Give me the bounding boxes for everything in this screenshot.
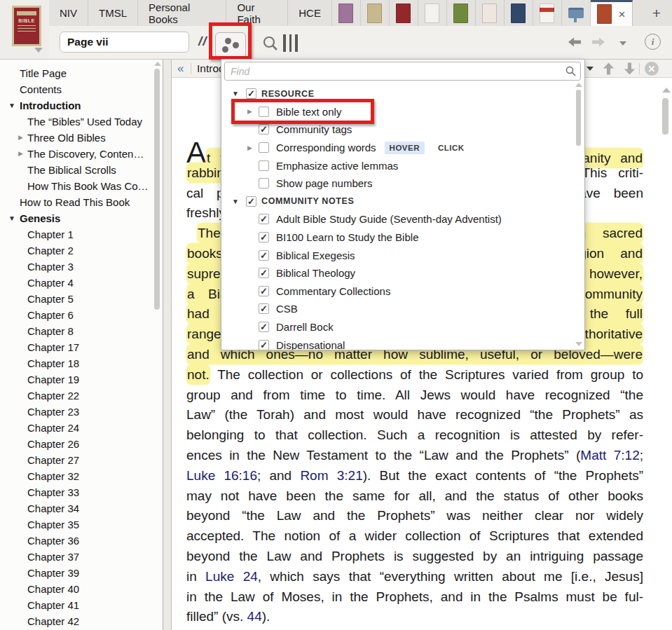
find-options-caret-icon[interactable]: [587, 67, 594, 71]
checkbox[interactable]: ✓: [259, 250, 269, 261]
toc-item-chapter-17[interactable]: Chapter 17: [0, 339, 163, 355]
scroll-down-icon[interactable]: [575, 342, 582, 346]
expand-icon[interactable]: ▶: [18, 146, 23, 162]
toc-item-three-old-bibles[interactable]: ▶Three Old Bibles: [0, 130, 163, 146]
scripture-link[interactable]: 44: [247, 609, 262, 624]
checkbox[interactable]: ✓: [259, 232, 269, 242]
search-icon[interactable]: [262, 35, 279, 52]
pane-divider[interactable]: [164, 60, 171, 630]
chevron-down-icon[interactable]: [619, 41, 626, 46]
scripture-link[interactable]: Matt 7:12: [580, 448, 639, 463]
scroll-up-icon[interactable]: [575, 83, 582, 87]
tab-book-5[interactable]: [447, 0, 476, 26]
checkbox[interactable]: ✓: [259, 340, 269, 350]
checkbox[interactable]: ✓: [246, 196, 256, 207]
filter-row-adult-bible-study-guide-seventh-day-adventist[interactable]: ✓Adult Bible Study Guide (Seventh-day Ad…: [221, 210, 575, 228]
toc-item-chapter-5[interactable]: Chapter 5: [0, 291, 163, 307]
checkbox[interactable]: ✓: [259, 268, 269, 278]
toc-item-chapter-24[interactable]: Chapter 24: [0, 420, 163, 436]
scrollbar-thumb[interactable]: [662, 98, 668, 135]
chevron-down-icon[interactable]: [34, 48, 43, 53]
filter-row-csb[interactable]: ✓CSB: [221, 300, 575, 318]
find-previous-icon[interactable]: [603, 62, 614, 75]
toc-item-chapter-2[interactable]: Chapter 2: [0, 242, 163, 259]
popup-scrollbar[interactable]: [575, 83, 582, 348]
scripture-link[interactable]: Rom 3:21: [300, 468, 362, 483]
filter-row-show-page-numbers[interactable]: Show page numbers: [221, 174, 575, 193]
info-icon[interactable]: i: [645, 34, 661, 50]
toc-item-chapter-27[interactable]: Chapter 27: [0, 452, 163, 468]
toc-item-title-page[interactable]: Title Page: [0, 65, 163, 81]
toc-item-chapter-32[interactable]: Chapter 32: [0, 468, 163, 484]
tab-niv[interactable]: NIV: [49, 0, 88, 26]
checkbox[interactable]: [259, 178, 269, 189]
filter-row-biblical-exegesis[interactable]: ✓Biblical Exegesis: [221, 246, 575, 264]
multiple-columns-icon[interactable]: [283, 34, 300, 53]
filter-row-emphasize-active-lemmas[interactable]: Emphasize active lemmas: [221, 156, 575, 174]
checkbox[interactable]: ✓: [259, 124, 269, 135]
tab-tmsl[interactable]: TMSL: [88, 0, 138, 26]
filter-row-bi100-learn-to-study-the-bible[interactable]: ✓BI100 Learn to Study the Bible: [221, 228, 575, 247]
find-next-icon[interactable]: [624, 62, 635, 75]
toc-item-chapter-34[interactable]: Chapter 34: [0, 500, 163, 516]
resource-cover-thumbnail[interactable]: BIBLE: [12, 6, 41, 46]
filter-row-community-notes[interactable]: ▼✓COMMUNITY NOTES: [221, 193, 575, 211]
collapse-icon[interactable]: ▼: [232, 90, 246, 97]
toc-item-chapter-18[interactable]: Chapter 18: [0, 355, 163, 371]
content-scrollbar[interactable]: [660, 78, 671, 630]
toc-item-the-biblical-scrolls[interactable]: The Biblical Scrolls: [0, 162, 163, 178]
expand-icon[interactable]: ▶: [247, 144, 259, 151]
checkbox[interactable]: ✓: [259, 214, 269, 224]
collapse-icon[interactable]: ▼: [8, 97, 15, 114]
page-locator-input[interactable]: [60, 32, 189, 53]
toc-item-chapter-19[interactable]: Chapter 19: [0, 371, 163, 388]
toc-item-chapter-36[interactable]: Chapter 36: [0, 533, 163, 549]
toc-item-chapter-8[interactable]: Chapter 8: [0, 323, 163, 339]
toc-item-the-discovery-conten[interactable]: ▶The Discovery, Conten…: [0, 146, 163, 162]
toc-item-introduction[interactable]: ▼Introduction: [0, 97, 163, 114]
toc-item-contents[interactable]: Contents: [0, 81, 163, 97]
scrollbar-thumb[interactable]: [576, 90, 581, 146]
toc-item-chapter-23[interactable]: Chapter 23: [0, 404, 163, 420]
checkbox[interactable]: [259, 142, 269, 153]
toc-item-how-this-book-was-co[interactable]: How This Book Was Co…: [0, 178, 163, 194]
filter-row-commentary-collections[interactable]: ✓Commentary Collections: [221, 282, 575, 301]
collapse-icon[interactable]: ▼: [232, 198, 246, 205]
find-input[interactable]: [224, 62, 581, 81]
filter-row-dispensational[interactable]: ✓Dispensational: [221, 336, 575, 350]
toc-item-the-bibles-used-today[interactable]: The “Bibles” Used Today: [0, 114, 163, 130]
tab-book-6[interactable]: [476, 0, 505, 26]
sidebar-scrollbar[interactable]: [153, 60, 161, 630]
checkbox[interactable]: [259, 160, 269, 171]
tab-book-4[interactable]: [418, 0, 447, 26]
toc-item-chapter-37[interactable]: Chapter 37: [0, 549, 163, 565]
parallel-resources-icon[interactable]: //: [198, 34, 207, 49]
scripture-link[interactable]: Luke 24: [205, 569, 258, 584]
toc-item-chapter-42[interactable]: Chapter 42: [0, 613, 163, 629]
toc-item-genesis[interactable]: ▼Genesis: [0, 210, 163, 226]
tab-active[interactable]: ×: [591, 0, 633, 26]
toc-item-chapter-4[interactable]: Chapter 4: [0, 275, 163, 291]
scroll-up-icon[interactable]: [154, 62, 161, 66]
toc-item-chapter-35[interactable]: Chapter 35: [0, 516, 163, 533]
scrollbar-thumb[interactable]: [154, 69, 160, 310]
toc-item-chapter-1[interactable]: Chapter 1: [0, 226, 163, 242]
filter-row-corresponding-words[interactable]: ▶Corresponding wordsHOVERCLICK: [221, 139, 575, 157]
toc-item-chapter-41[interactable]: Chapter 41: [0, 597, 163, 613]
toc-item-chapter-3[interactable]: Chapter 3: [0, 259, 163, 275]
tab-book-3[interactable]: [390, 0, 418, 26]
close-tab-icon[interactable]: ×: [618, 8, 625, 20]
checkbox[interactable]: ✓: [259, 286, 269, 296]
collapse-panel-button[interactable]: «: [177, 60, 184, 77]
new-tab-button[interactable]: +: [641, 0, 672, 26]
toc-item-chapter-39[interactable]: Chapter 39: [0, 565, 163, 581]
toc-item-how-to-read-this-book[interactable]: How to Read This Book: [0, 194, 163, 210]
find-close-icon[interactable]: ✕: [645, 62, 659, 76]
tab-book-7[interactable]: [505, 0, 533, 26]
scroll-up-icon[interactable]: [662, 88, 671, 93]
tab-book-2[interactable]: [361, 0, 390, 26]
checkbox[interactable]: ✓: [259, 322, 269, 332]
forward-arrow-icon[interactable]: [592, 37, 605, 47]
checkbox[interactable]: ✓: [246, 88, 256, 99]
tab-book-8[interactable]: [533, 0, 562, 26]
